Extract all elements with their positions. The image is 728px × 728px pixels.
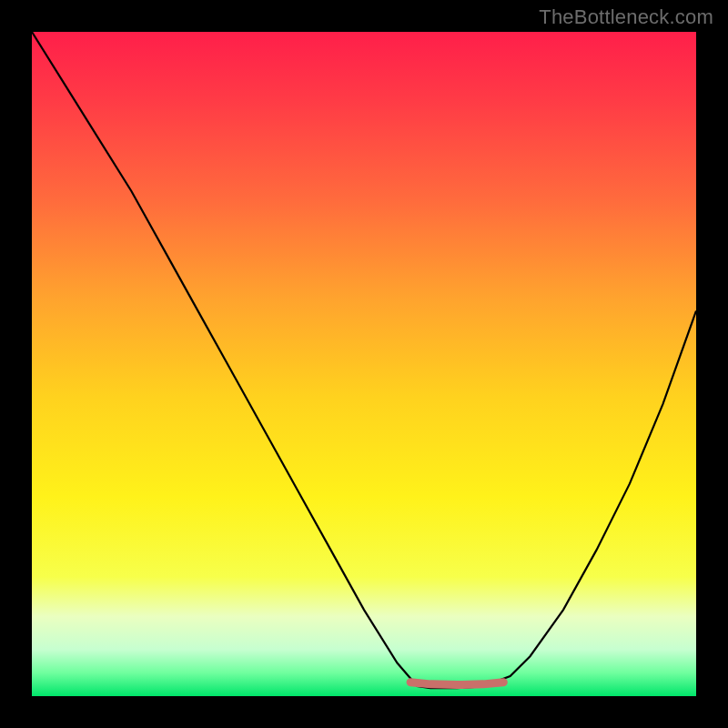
plot-area [32, 32, 696, 696]
watermark-text: TheBottleneck.com [539, 5, 713, 29]
bottleneck-curve [32, 32, 696, 688]
optimum-band [410, 682, 503, 685]
chart-series-layer [32, 32, 696, 696]
chart-frame: TheBottleneck.com [0, 0, 728, 728]
